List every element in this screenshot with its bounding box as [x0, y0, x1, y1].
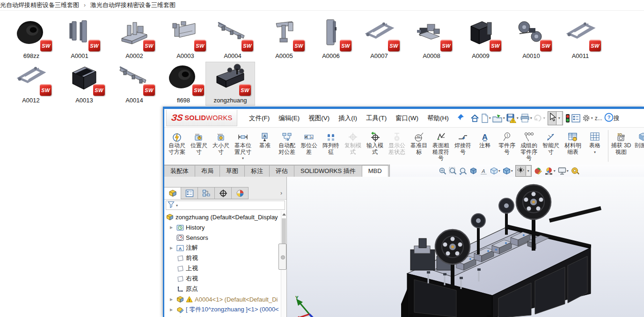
measure-icon[interactable]	[571, 167, 579, 175]
tab-SOLIDWORKS 插件[interactable]: SOLIDWORKS 插件	[294, 165, 362, 177]
save-icon[interactable]: !▾	[506, 114, 519, 123]
previous-view-icon[interactable]	[459, 167, 467, 175]
options-gear-icon[interactable]: ▾	[582, 114, 593, 122]
ribbon-capture-3d-button[interactable]: 3D捕获 3D 视图	[610, 129, 632, 155]
tab-装配体[interactable]: 装配体	[164, 165, 195, 177]
menu-工具(T)[interactable]: 工具(T)	[365, 113, 388, 123]
view-orientation-icon[interactable]: ▾	[490, 167, 500, 175]
expand-arrow-icon[interactable]: ▶	[170, 308, 175, 312]
ribbon-stacked-balloon-button[interactable]: 成组的零件序号	[518, 129, 540, 162]
file-item-A0005[interactable]: SWA0005	[260, 18, 308, 61]
file-item-fl698[interactable]: SWfl698	[159, 62, 208, 105]
dropdown-caret-icon[interactable]: ▾	[594, 150, 596, 154]
breadcrumb-current[interactable]: 激光自动焊接精密设备三维套图	[90, 1, 176, 9]
tab-布局[interactable]: 布局	[195, 165, 220, 177]
print-icon[interactable]: ▾	[520, 114, 532, 122]
ribbon-note-button[interactable]: A注释	[474, 129, 496, 149]
dropdown-caret-icon[interactable]: ▾	[591, 116, 593, 120]
breadcrumb-parent[interactable]: 光自动焊接精密设备三维套图	[0, 1, 79, 9]
menu-视图(V)[interactable]: 视图(V)	[307, 113, 331, 123]
user-text[interactable]: z...	[595, 115, 602, 122]
panel-tab-feature-manager[interactable]	[164, 187, 181, 199]
graphics-viewport[interactable]: Y	[287, 177, 644, 317]
ribbon-pattern-feature-button[interactable]: 阵列特征	[320, 129, 342, 155]
tree-item-assembly[interactable]: ▶!A0004<1> (Default<Default_Di	[164, 294, 281, 304]
open-icon[interactable]: ▾	[492, 114, 505, 123]
scrollbar-thumb[interactable]	[282, 218, 286, 246]
tree-item-sensors[interactable]: Sensors	[164, 232, 281, 243]
edit-appearance-icon[interactable]	[534, 167, 542, 175]
tree-item-plane[interactable]: 前视	[164, 253, 281, 263]
tree-scrollbar[interactable]	[281, 211, 286, 317]
ribbon-datum-target-button[interactable]: A1基准目标	[408, 129, 430, 155]
file-item-A0009[interactable]: SWA0009	[456, 18, 505, 61]
tab-评估[interactable]: 评估	[270, 165, 294, 177]
dropdown-caret-icon[interactable]: ▾	[498, 169, 500, 173]
file-item-A0008[interactable]: SWA0008	[407, 18, 456, 61]
ribbon-datum-button[interactable]: A基准	[254, 129, 276, 149]
dropdown-caret-icon[interactable]: ▾	[530, 116, 532, 120]
ribbon-balloon-button[interactable]: 1零件序号	[496, 129, 518, 155]
ribbon-import-scheme-button[interactable]: 输入模式	[364, 129, 386, 155]
panel-tab-configuration-manager[interactable]	[198, 187, 215, 199]
ribbon-section-ribbon-button[interactable]: 剖面图	[632, 129, 644, 149]
panel-tab-dimxpert-manager[interactable]	[214, 187, 232, 199]
tree-item-virtual-part[interactable]: ▶[ 零件10^zongzhuang ]<1> (0000<	[164, 304, 281, 315]
display-style-icon[interactable]: ▾	[503, 167, 513, 175]
ribbon-bom-button[interactable]: 材料明细表	[562, 129, 584, 155]
dropdown-caret-icon[interactable]: ▾	[526, 166, 530, 176]
dropdown-caret-icon[interactable]: ▾	[543, 116, 545, 120]
ribbon-auto-dimension-button[interactable]: 自动尺寸方案	[166, 129, 188, 155]
assembly-3d-model[interactable]	[400, 181, 606, 317]
filter-input[interactable]: ▾	[166, 201, 285, 210]
ribbon-geometric-tolerance-button[interactable]: A形位公差	[298, 129, 320, 155]
panel-splitter-handle[interactable]	[278, 244, 286, 270]
panel-tab-property-manager[interactable]	[181, 187, 198, 199]
dropdown-caret-icon[interactable]: ▾	[517, 116, 519, 120]
file-item-A0006[interactable]: SWA0006	[307, 18, 355, 61]
file-item-A0012[interactable]: SWA0012	[7, 62, 55, 105]
undo-icon[interactable]: ▾	[534, 114, 545, 122]
dropdown-caret-icon[interactable]: ▾	[511, 169, 513, 173]
file-item-A0004[interactable]: SWA0004	[208, 18, 257, 61]
file-item-698zz[interactable]: SW698zz	[7, 18, 56, 61]
ribbon-table-button[interactable]: 表格▾	[584, 129, 606, 154]
menu-帮助(H)[interactable]: 帮助(H)	[426, 113, 450, 123]
ribbon-location-dimension-button[interactable]: xxx位置尺寸	[188, 129, 210, 155]
expand-arrow-icon[interactable]: ▶	[170, 225, 175, 230]
tree-item-history[interactable]: ▶History	[164, 222, 281, 232]
ribbon-size-dimension-button[interactable]: xxx大小尺寸	[210, 129, 232, 155]
help-icon[interactable]: ?	[604, 113, 614, 124]
dropdown-caret-icon[interactable]: ▾	[554, 169, 556, 173]
menu-插入(I)[interactable]: 插入(I)	[337, 113, 359, 123]
annotation-3d-view-icon[interactable]: A	[480, 167, 488, 175]
pin-icon[interactable]	[457, 114, 464, 123]
ribbon-weld-symbol-button[interactable]: 焊接符号	[452, 129, 474, 155]
panel-tab-display-manager[interactable]	[231, 187, 249, 199]
tree-item-plane[interactable]: 右视	[164, 274, 281, 284]
file-item-A0010[interactable]: SWA0010	[507, 18, 556, 61]
file-item-A0002[interactable]: SWA0002	[110, 18, 159, 61]
interference-lights-icon[interactable]	[565, 114, 570, 123]
file-item-A0007[interactable]: SWA0007	[355, 18, 403, 61]
file-item-A0011[interactable]: SWA0011	[556, 18, 605, 61]
file-item-A0003[interactable]: SWA0003	[161, 18, 210, 61]
file-item-A0013[interactable]: SWA0013	[60, 62, 109, 105]
dropdown-caret-icon[interactable]: ▾	[567, 169, 569, 173]
file-item-zongzhuang[interactable]: SWzongzhuang	[206, 62, 255, 105]
zoom-area-icon[interactable]	[449, 167, 457, 175]
file-item-A0001[interactable]: SWA0001	[55, 18, 104, 61]
dropdown-caret-icon[interactable]: ▾	[242, 156, 244, 160]
apply-scene-icon[interactable]: ▾	[545, 167, 556, 175]
home-icon[interactable]	[470, 114, 480, 123]
menu-编辑(E)[interactable]: 编辑(E)	[277, 113, 301, 123]
hide-show-items-icon[interactable]: ▾	[515, 165, 532, 177]
dropdown-caret-icon[interactable]: ▾	[489, 116, 491, 120]
section-view-icon[interactable]	[469, 167, 477, 175]
search-label[interactable]: 搜	[614, 114, 619, 122]
file-item-A0014[interactable]: SWA0014	[110, 62, 159, 105]
expand-arrow-icon[interactable]: ▶	[170, 297, 175, 302]
tab-草图[interactable]: 草图	[220, 165, 245, 177]
menu-文件(F)[interactable]: 文件(F)	[248, 113, 271, 123]
ribbon-smart-dimension-button[interactable]: 智能尺寸	[540, 129, 562, 155]
